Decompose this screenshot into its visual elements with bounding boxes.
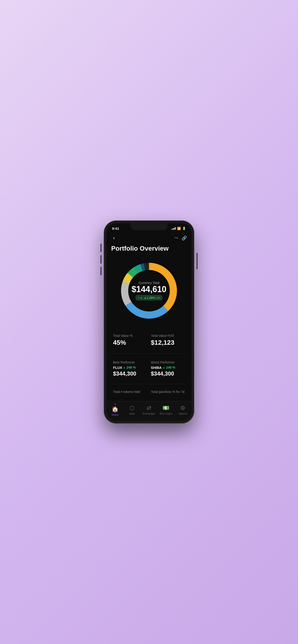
chart-container: Currency Total $144,610 〜▲ ▲1.38% 24h [107,256,191,328]
home-icon: 🏠 [112,406,119,412]
nav-item-exchanges[interactable]: ⇄ Exchanges [142,405,156,415]
best-performer-pct: 248 % [127,366,136,369]
bottom-stats: Total # tokens held Total gain/loss % fo… [107,385,191,401]
total-value-pct: 45% [113,339,147,346]
donut-label: Currency Total [132,281,166,284]
buy-crypto-icon: 💵 [162,405,169,411]
change-period: 24h [156,296,160,299]
header-icons: 〜 🔗 [174,235,187,241]
wave-icon[interactable]: 〜 [174,235,178,241]
notch [130,223,168,230]
wifi-icon: 📶 [177,227,181,230]
status-time: 9:41 [112,226,119,230]
apps-icon: ⬡ [130,405,134,411]
donut-chart: Currency Total $144,610 〜▲ ▲1.38% 24h [117,258,181,323]
page-title: Portfolio Overview [107,244,191,256]
gain-loss-block: Total gain/loss % for 7d [149,387,187,397]
home-label: Home [112,413,118,416]
total-value-fiat-block: Total Value FIAT $12,123 [149,330,187,350]
worst-performer-block: Worst Performer SHIBA ▲ 248 % $344,300 [149,357,187,381]
stats-grid: Total Value % 45% Total Value FIAT $12,1… [107,328,191,352]
nav-item-buy-crypto[interactable]: 💵 Buy Crypto [159,405,173,415]
donut-change: 〜▲ ▲1.38% 24h [136,295,162,300]
worst-performer-value: $344,300 [151,370,185,377]
top-nav: ‹ 〜 🔗 [107,232,191,244]
worst-performer-name-row: SHIBA ▲ 248 % [151,366,185,370]
phone-frame: 9:41 📶 🔋 ‹ 〜 🔗 [104,220,194,424]
worst-performer-label: Worst Performer [151,360,185,364]
nav-item-apps[interactable]: ⬡ Apps [125,405,139,415]
total-value-pct-block: Total Value % 45% [111,330,149,350]
best-performer-label: Best Performer [113,360,147,364]
exchanges-icon: ⇄ [147,405,151,411]
total-value-pct-label: Total Value % [113,334,147,338]
total-value-fiat-label: Total Value FIAT [151,334,185,338]
best-performer-value: $344,300 [113,370,147,377]
best-performer-block: Best Performer FLUX ▲ 248 % $344,300 [111,357,149,381]
apps-label: Apps [129,412,135,415]
nav-item-home[interactable]: 🏠 Home [108,404,122,416]
total-value-fiat: $12,123 [151,339,185,346]
best-performer-arrow: ▲ [123,366,126,369]
options-label: Options [178,412,187,415]
battery-icon: 🔋 [182,227,186,230]
divider-2 [111,384,187,384]
options-icon: ⚙ [180,405,185,411]
worst-performer-pct: 248 % [166,366,175,369]
link-icon[interactable]: 🔗 [182,236,187,241]
donut-center: Currency Total $144,610 〜▲ ▲1.38% 24h [132,281,166,300]
performers-grid: Best Performer FLUX ▲ 248 % $344,300 Wor… [107,354,191,383]
exchanges-label: Exchanges [143,412,155,415]
tokens-held-block: Total # tokens held [111,387,149,397]
trend-icon: 〜▲ [138,296,143,300]
best-performer-name-row: FLUX ▲ 248 % [113,366,147,370]
back-button[interactable]: ‹ [111,234,117,242]
screen-content: ‹ 〜 🔗 Portfolio Overview [107,232,191,421]
best-performer-name: FLUX [113,366,122,370]
worst-performer-arrow: ▲ [163,366,165,369]
buy-crypto-label: Buy Crypto [160,412,172,415]
nav-item-options[interactable]: ⚙ Options [176,405,190,415]
donut-value: $144,610 [132,284,166,294]
divider-1 [111,353,187,354]
status-icons: 📶 🔋 [171,227,186,230]
gain-loss-label: Total gain/loss % for 7d [151,390,185,394]
worst-performer-name: SHIBA [151,366,162,370]
phone-screen: 9:41 📶 🔋 ‹ 〜 🔗 [107,223,191,421]
signal-icon [171,227,176,230]
change-value: ▲1.38% [144,296,155,300]
tokens-held-label: Total # tokens held [113,390,147,394]
bottom-nav: 🏠 Home ⬡ Apps ⇄ Exchanges 💵 Buy Crypto ⚙ [107,401,191,421]
home-indicator [115,404,116,404]
